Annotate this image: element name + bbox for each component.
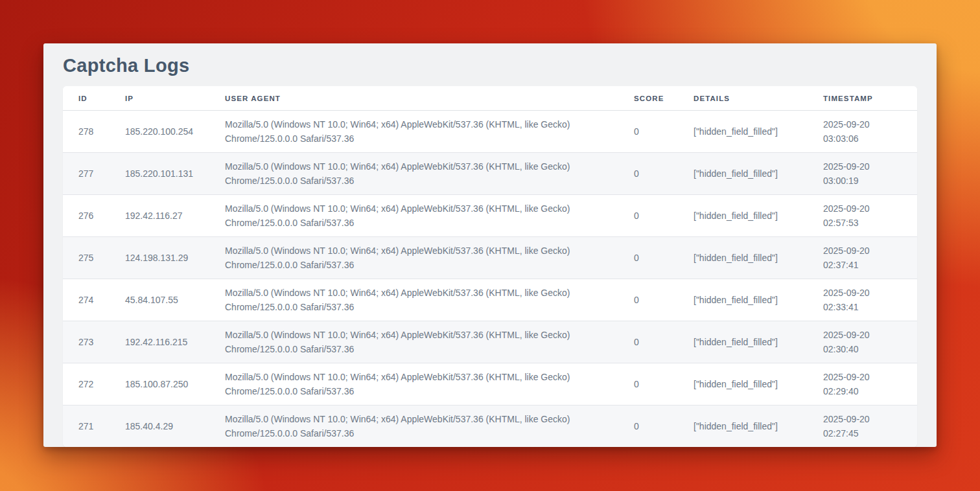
cell-score: 0: [634, 111, 694, 153]
table-row: 272 185.100.87.250 Mozilla/5.0 (Windows …: [63, 363, 917, 405]
cell-user-agent: Mozilla/5.0 (Windows NT 10.0; Win64; x64…: [225, 237, 634, 279]
table-row: 271 185.40.4.29 Mozilla/5.0 (Windows NT …: [63, 405, 917, 448]
table-body: 278 185.220.100.254 Mozilla/5.0 (Windows…: [63, 111, 917, 448]
cell-ip: 45.84.107.55: [125, 279, 225, 321]
cell-details: ["hidden_field_filled"]: [694, 363, 823, 405]
cell-score: 0: [634, 405, 694, 448]
cell-timestamp: 2025-09-20 03:03:06: [823, 111, 917, 153]
page-title: Captcha Logs: [63, 54, 917, 76]
column-header-timestamp: TIMESTAMP: [823, 86, 917, 111]
cell-timestamp: 2025-09-20 03:00:19: [823, 153, 917, 195]
cell-ip: 192.42.116.215: [125, 321, 225, 363]
table-row: 276 192.42.116.27 Mozilla/5.0 (Windows N…: [63, 195, 917, 237]
cell-ip: 124.198.131.29: [125, 237, 225, 279]
page-background: { "page": { "title": "Captcha Logs" }, "…: [0, 0, 980, 491]
cell-timestamp: 2025-09-20 02:57:53: [823, 195, 917, 237]
cell-details: ["hidden_field_filled"]: [694, 405, 823, 448]
cell-score: 0: [634, 153, 694, 195]
cell-user-agent: Mozilla/5.0 (Windows NT 10.0; Win64; x64…: [225, 153, 634, 195]
cell-score: 0: [634, 195, 694, 237]
cell-user-agent: Mozilla/5.0 (Windows NT 10.0; Win64; x64…: [225, 321, 634, 363]
cell-id: 276: [63, 195, 125, 237]
cell-id: 273: [63, 321, 125, 363]
cell-id: 272: [63, 363, 125, 405]
cell-score: 0: [634, 321, 694, 363]
captcha-logs-table: ID IP USER AGENT SCORE DETAILS TIMESTAMP…: [63, 86, 917, 447]
logs-table-panel: ID IP USER AGENT SCORE DETAILS TIMESTAMP…: [63, 86, 917, 447]
cell-timestamp: 2025-09-20 02:27:45: [823, 405, 917, 448]
table-row: 275 124.198.131.29 Mozilla/5.0 (Windows …: [63, 237, 917, 279]
captcha-logs-card: Captcha Logs ID IP USER AGENT SCORE DETA…: [43, 43, 937, 447]
cell-timestamp: 2025-09-20 02:33:41: [823, 279, 917, 321]
cell-user-agent: Mozilla/5.0 (Windows NT 10.0; Win64; x64…: [225, 363, 634, 405]
cell-score: 0: [634, 279, 694, 321]
column-header-user-agent: USER AGENT: [225, 86, 634, 111]
cell-user-agent: Mozilla/5.0 (Windows NT 10.0; Win64; x64…: [225, 111, 634, 153]
cell-details: ["hidden_field_filled"]: [694, 321, 823, 363]
cell-ip: 185.40.4.29: [125, 405, 225, 448]
table-row: 274 45.84.107.55 Mozilla/5.0 (Windows NT…: [63, 279, 917, 321]
column-header-id: ID: [63, 86, 125, 111]
cell-user-agent: Mozilla/5.0 (Windows NT 10.0; Win64; x64…: [225, 195, 634, 237]
table-row: 278 185.220.100.254 Mozilla/5.0 (Windows…: [63, 111, 917, 153]
cell-id: 275: [63, 237, 125, 279]
cell-details: ["hidden_field_filled"]: [694, 153, 823, 195]
cell-details: ["hidden_field_filled"]: [694, 237, 823, 279]
table-row: 277 185.220.101.131 Mozilla/5.0 (Windows…: [63, 153, 917, 195]
column-header-ip: IP: [125, 86, 225, 111]
cell-id: 274: [63, 279, 125, 321]
cell-id: 271: [63, 405, 125, 448]
column-header-score: SCORE: [634, 86, 694, 111]
cell-details: ["hidden_field_filled"]: [694, 111, 823, 153]
cell-id: 277: [63, 153, 125, 195]
cell-ip: 185.100.87.250: [125, 363, 225, 405]
cell-details: ["hidden_field_filled"]: [694, 279, 823, 321]
cell-timestamp: 2025-09-20 02:37:41: [823, 237, 917, 279]
table-row: 273 192.42.116.215 Mozilla/5.0 (Windows …: [63, 321, 917, 363]
cell-id: 278: [63, 111, 125, 153]
cell-score: 0: [634, 363, 694, 405]
cell-ip: 185.220.100.254: [125, 111, 225, 153]
table-header: ID IP USER AGENT SCORE DETAILS TIMESTAMP: [63, 86, 917, 111]
column-header-details: DETAILS: [694, 86, 823, 111]
cell-user-agent: Mozilla/5.0 (Windows NT 10.0; Win64; x64…: [225, 405, 634, 448]
cell-ip: 185.220.101.131: [125, 153, 225, 195]
cell-score: 0: [634, 237, 694, 279]
cell-user-agent: Mozilla/5.0 (Windows NT 10.0; Win64; x64…: [225, 279, 634, 321]
cell-timestamp: 2025-09-20 02:30:40: [823, 321, 917, 363]
cell-ip: 192.42.116.27: [125, 195, 225, 237]
cell-timestamp: 2025-09-20 02:29:40: [823, 363, 917, 405]
table-header-row: ID IP USER AGENT SCORE DETAILS TIMESTAMP: [63, 86, 917, 111]
cell-details: ["hidden_field_filled"]: [694, 195, 823, 237]
